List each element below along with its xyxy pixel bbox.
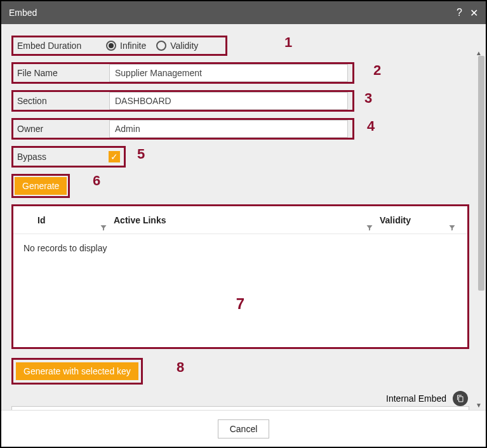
radio-infinite[interactable]: [106, 41, 116, 51]
copy-icon[interactable]: [453, 391, 468, 406]
annotation-8: 8: [177, 359, 184, 376]
annotation-4: 4: [367, 118, 375, 135]
bypass-checkbox[interactable]: ✓: [109, 151, 120, 162]
annotation-3: 3: [364, 90, 372, 107]
filter-icon[interactable]: [448, 224, 456, 234]
section-input[interactable]: [109, 92, 348, 110]
file-name-row: File Name 2: [11, 62, 469, 84]
dialog-title: Embed: [9, 8, 37, 18]
dialog-body: Embed Duration Infinite Validity 1 File …: [1, 24, 486, 410]
internal-embed-row: Internal Embed: [11, 391, 469, 406]
generate-row: Generate 6: [11, 174, 469, 198]
col-id: Id: [18, 215, 114, 225]
radio-validity[interactable]: [156, 41, 166, 51]
annotation-7: 7: [236, 295, 244, 313]
annotation-6: 6: [93, 173, 100, 189]
owner-row: Owner 4: [11, 118, 469, 140]
col-validity-label: Validity: [380, 215, 411, 225]
cancel-button[interactable]: Cancel: [218, 419, 270, 438]
titlebar-actions: ? ✕: [457, 7, 478, 19]
annotation-1: 1: [284, 34, 292, 51]
help-icon[interactable]: ?: [457, 7, 462, 18]
owner-input[interactable]: [109, 120, 348, 138]
embed-duration-label: Embed Duration: [17, 41, 106, 51]
owner-label: Owner: [17, 124, 109, 134]
dialog-titlebar: Embed ? ✕: [1, 1, 486, 24]
section-row: Section 3: [11, 90, 469, 112]
embed-duration-row: Embed Duration Infinite Validity 1: [11, 36, 469, 56]
section-label: Section: [17, 96, 109, 106]
annotation-2: 2: [373, 62, 381, 79]
generate-selected-row: Generate with selected key 8: [11, 349, 469, 385]
bypass-label: Bypass: [17, 152, 109, 162]
file-name-label: File Name: [17, 68, 109, 78]
internal-embed-label: Internal Embed: [386, 393, 446, 404]
col-links-label: Active Links: [114, 215, 166, 225]
close-icon[interactable]: ✕: [470, 7, 478, 19]
col-validity: Validity: [380, 215, 462, 225]
dialog-footer: Cancel: [1, 410, 486, 447]
col-active-links: Active Links: [114, 215, 380, 225]
generate-selected-button[interactable]: Generate with selected key: [16, 362, 138, 380]
col-id-label: Id: [37, 215, 45, 225]
table-empty: No records to display: [13, 234, 467, 262]
links-table: Id Active Links Validity: [11, 204, 469, 349]
bypass-row: Bypass ✓ 5: [11, 146, 469, 168]
annotation-5: 5: [137, 146, 145, 162]
table-header: Id Active Links Validity: [13, 206, 467, 234]
radio-infinite-label: Infinite: [120, 41, 146, 51]
file-name-input[interactable]: [109, 64, 348, 82]
generate-button[interactable]: Generate: [15, 177, 67, 195]
filter-icon[interactable]: [100, 224, 107, 234]
scroll-down-arrow[interactable]: ▼: [476, 402, 482, 409]
filter-icon[interactable]: [366, 224, 373, 234]
radio-validity-label: Validity: [170, 41, 198, 51]
scrollbar-thumb[interactable]: [478, 56, 484, 291]
